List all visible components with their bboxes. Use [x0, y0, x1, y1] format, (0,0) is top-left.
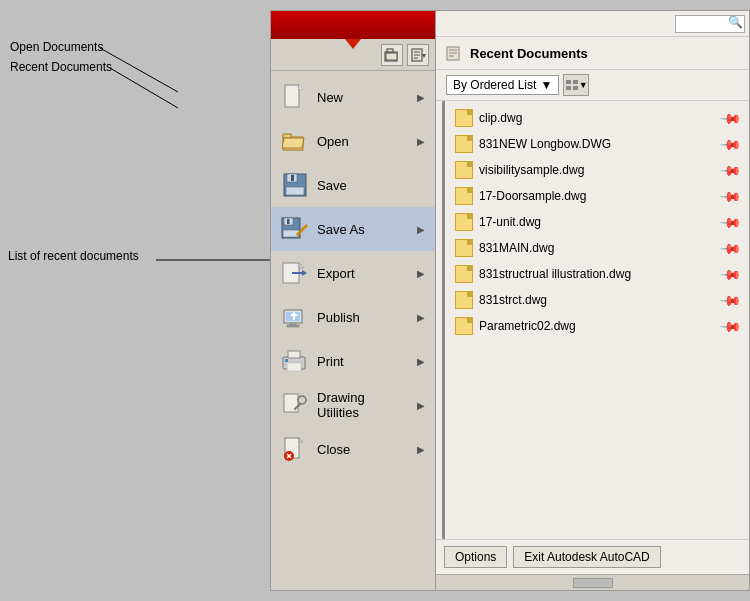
recent-title: Recent Documents	[470, 46, 588, 61]
drawing-utilities-icon	[281, 391, 309, 419]
open-documents-icon	[384, 48, 400, 62]
menu-item-new[interactable]: New ▶	[271, 75, 435, 119]
list-item[interactable]: Parametric02.dwg 📌	[445, 313, 749, 339]
doc-name: 17-unit.dwg	[479, 215, 716, 229]
menu-item-export[interactable]: Export ▶	[271, 251, 435, 295]
open-label: Open	[317, 134, 409, 149]
drawing-utilities-label: Drawing	[317, 390, 409, 405]
svg-rect-57	[573, 86, 578, 90]
recent-documents-btn[interactable]	[407, 44, 429, 66]
publish-arrow: ▶	[417, 312, 425, 323]
main-container: New ▶ Open ▶	[270, 10, 750, 591]
svg-rect-34	[290, 323, 296, 325]
close-icon	[281, 435, 309, 463]
svg-rect-20	[291, 175, 294, 181]
list-item[interactable]: 17-Doorsample.dwg 📌	[445, 183, 749, 209]
list-item[interactable]: 831NEW Longbow.DWG 📌	[445, 131, 749, 157]
menu-item-open[interactable]: Open ▶	[271, 119, 435, 163]
menu-item-save-as[interactable]: Save As ▶	[271, 207, 435, 251]
menu-items-list: New ▶ Open ▶	[271, 71, 435, 590]
recent-toolbar: By Ordered List ▼ ▼	[436, 70, 749, 101]
svg-rect-16	[283, 134, 291, 138]
pin-icon[interactable]: 📌	[719, 288, 742, 311]
dwg-file-icon	[455, 135, 473, 153]
save-as-icon	[281, 215, 309, 243]
pin-icon[interactable]: 📌	[719, 314, 742, 337]
pin-icon[interactable]: 📌	[719, 184, 742, 207]
dwg-file-icon	[455, 213, 473, 231]
annotation-arrows	[0, 40, 200, 140]
horizontal-scrollbar[interactable]	[436, 574, 749, 590]
pin-icon[interactable]: 📌	[719, 210, 742, 233]
export-arrow: ▶	[417, 268, 425, 279]
export-label: Export	[317, 266, 409, 281]
dwg-file-icon	[455, 265, 473, 283]
search-icon: 🔍	[728, 15, 743, 29]
svg-rect-6	[386, 53, 397, 60]
menu-item-save[interactable]: Save	[271, 163, 435, 207]
svg-marker-11	[422, 54, 426, 58]
print-arrow: ▶	[417, 356, 425, 367]
svg-rect-35	[287, 325, 299, 327]
dwg-file-icon	[455, 161, 473, 179]
doc-name: 831MAIN.dwg	[479, 241, 716, 255]
list-item[interactable]: clip.dwg 📌	[445, 105, 749, 131]
pin-icon[interactable]: 📌	[719, 132, 742, 155]
publish-icon	[281, 303, 309, 331]
list-item[interactable]: 831strct.dwg 📌	[445, 287, 749, 313]
open-icon	[281, 127, 309, 155]
doc-name: clip.dwg	[479, 111, 716, 125]
svg-marker-31	[302, 270, 307, 276]
new-icon	[281, 83, 309, 111]
doc-name: 831NEW Longbow.DWG	[479, 137, 716, 151]
title-bar-triangle	[345, 39, 361, 49]
pin-icon[interactable]: 📌	[719, 106, 742, 129]
save-label: Save	[317, 178, 425, 193]
sort-label: By Ordered List	[453, 78, 536, 92]
drawing-utilities-label2: Utilities	[317, 405, 409, 420]
scroll-thumb[interactable]	[573, 578, 613, 588]
exit-button[interactable]: Exit Autodesk AutoCAD	[513, 546, 660, 568]
list-recent-docs-label: List of recent documents	[8, 248, 139, 263]
sort-dropdown[interactable]: By Ordered List ▼	[446, 75, 559, 95]
recent-bottom-bar: Options Exit Autodesk AutoCAD	[436, 539, 749, 574]
open-documents-btn[interactable]	[381, 44, 403, 66]
close-arrow: ▶	[417, 444, 425, 455]
save-icon	[281, 171, 309, 199]
pin-icon[interactable]: 📌	[719, 158, 742, 181]
list-item[interactable]: 831structrual illustration.dwg 📌	[445, 261, 749, 287]
pin-icon[interactable]: 📌	[719, 236, 742, 259]
recent-panel: 🔍 Recent Documents By Ordered List ▼	[435, 10, 750, 591]
svg-rect-37	[293, 316, 295, 320]
doc-name: 831structrual illustration.dwg	[479, 267, 716, 281]
svg-rect-23	[283, 230, 299, 237]
menu-item-print[interactable]: Print ▶	[271, 339, 435, 383]
doc-name: Parametric02.dwg	[479, 319, 716, 333]
new-label: New	[317, 90, 409, 105]
svg-rect-19	[286, 187, 304, 195]
pin-icon[interactable]: 📌	[719, 262, 742, 285]
recent-header: Recent Documents	[436, 37, 749, 70]
save-as-arrow: ▶	[417, 224, 425, 235]
export-icon	[281, 259, 309, 287]
menu-item-publish[interactable]: Publish ▶	[271, 295, 435, 339]
list-item[interactable]: 831MAIN.dwg 📌	[445, 235, 749, 261]
publish-label: Publish	[317, 310, 409, 325]
recent-documents-icon	[410, 48, 426, 62]
print-icon	[281, 347, 309, 375]
menu-item-close[interactable]: Close ▶	[271, 427, 435, 471]
doc-name: visibilitysample.dwg	[479, 163, 716, 177]
sort-dropdown-arrow: ▼	[540, 78, 552, 92]
svg-rect-55	[573, 80, 578, 84]
svg-rect-24	[287, 219, 290, 224]
options-button[interactable]: Options	[444, 546, 507, 568]
menu-item-drawing-utilities[interactable]: Drawing Utilities ▶	[271, 383, 435, 427]
svg-rect-40	[287, 363, 301, 371]
list-item[interactable]: 17-unit.dwg 📌	[445, 209, 749, 235]
doc-name: 831strct.dwg	[479, 293, 716, 307]
svg-rect-12	[285, 85, 299, 107]
recent-docs-header-icon	[446, 45, 464, 61]
view-toggle-btn[interactable]: ▼	[563, 74, 589, 96]
list-item[interactable]: visibilitysample.dwg 📌	[445, 157, 749, 183]
view-dropdown-arrow: ▼	[579, 80, 588, 90]
